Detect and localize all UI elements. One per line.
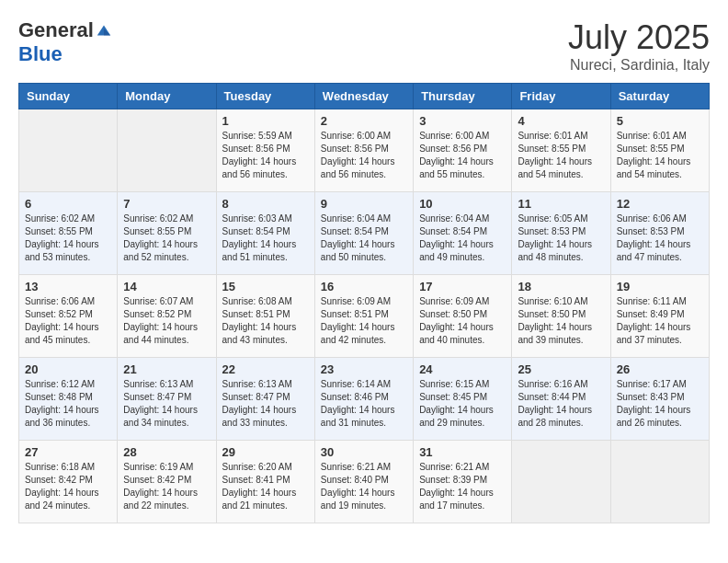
day-number: 11 xyxy=(518,197,604,211)
calendar-cell: 24Sunrise: 6:15 AMSunset: 8:45 PMDayligh… xyxy=(414,358,512,441)
day-number: 31 xyxy=(419,445,506,459)
day-info: Sunrise: 6:14 AMSunset: 8:46 PMDaylight:… xyxy=(321,378,407,430)
day-info: Sunrise: 6:20 AMSunset: 8:41 PMDaylight:… xyxy=(222,461,309,512)
day-number: 20 xyxy=(25,362,111,376)
calendar-cell: 3Sunrise: 6:00 AMSunset: 8:56 PMDaylight… xyxy=(414,109,512,192)
week-row-1: 1Sunrise: 5:59 AMSunset: 8:56 PMDaylight… xyxy=(19,109,710,192)
day-number: 7 xyxy=(123,197,210,211)
day-number: 6 xyxy=(25,197,111,211)
calendar-cell: 23Sunrise: 6:14 AMSunset: 8:46 PMDayligh… xyxy=(314,358,413,441)
day-info: Sunrise: 6:18 AMSunset: 8:42 PMDaylight:… xyxy=(25,461,111,512)
title-area: July 2025 Nureci, Sardinia, Italy xyxy=(568,18,710,74)
month-title: July 2025 xyxy=(568,18,710,57)
day-info: Sunrise: 6:02 AMSunset: 8:55 PMDaylight:… xyxy=(123,213,210,264)
calendar-cell: 16Sunrise: 6:09 AMSunset: 8:51 PMDayligh… xyxy=(314,275,413,358)
day-info: Sunrise: 6:06 AMSunset: 8:53 PMDaylight:… xyxy=(617,213,703,264)
day-number: 21 xyxy=(123,362,210,376)
calendar-cell xyxy=(512,441,610,523)
day-number: 17 xyxy=(419,280,506,293)
day-number: 22 xyxy=(222,362,309,376)
day-number: 29 xyxy=(222,445,309,459)
calendar-cell: 7Sunrise: 6:02 AMSunset: 8:55 PMDaylight… xyxy=(118,192,216,275)
day-info: Sunrise: 6:21 AMSunset: 8:39 PMDaylight:… xyxy=(419,461,506,512)
day-info: Sunrise: 6:00 AMSunset: 8:56 PMDaylight:… xyxy=(321,130,407,181)
calendar-header-row: SundayMondayTuesdayWednesdayThursdayFrid… xyxy=(19,84,710,109)
day-number: 2 xyxy=(321,114,407,128)
day-number: 13 xyxy=(25,280,111,293)
day-info: Sunrise: 6:01 AMSunset: 8:55 PMDaylight:… xyxy=(518,130,604,181)
calendar-cell: 9Sunrise: 6:04 AMSunset: 8:54 PMDaylight… xyxy=(314,192,413,275)
day-info: Sunrise: 6:07 AMSunset: 8:52 PMDaylight:… xyxy=(123,295,210,347)
day-info: Sunrise: 6:08 AMSunset: 8:51 PMDaylight:… xyxy=(222,295,309,347)
calendar-cell: 17Sunrise: 6:09 AMSunset: 8:50 PMDayligh… xyxy=(414,275,512,358)
calendar-cell: 21Sunrise: 6:13 AMSunset: 8:47 PMDayligh… xyxy=(118,358,216,441)
day-info: Sunrise: 6:01 AMSunset: 8:55 PMDaylight:… xyxy=(617,130,703,181)
day-number: 3 xyxy=(419,114,506,128)
calendar-cell: 12Sunrise: 6:06 AMSunset: 8:53 PMDayligh… xyxy=(610,192,709,275)
day-number: 19 xyxy=(617,280,703,293)
header-friday: Friday xyxy=(512,84,610,109)
logo: General Blue xyxy=(18,18,112,66)
day-info: Sunrise: 6:19 AMSunset: 8:42 PMDaylight:… xyxy=(123,461,210,512)
header-wednesday: Wednesday xyxy=(314,84,413,109)
day-info: Sunrise: 6:04 AMSunset: 8:54 PMDaylight:… xyxy=(419,213,506,264)
day-info: Sunrise: 6:03 AMSunset: 8:54 PMDaylight:… xyxy=(222,213,309,264)
logo-blue-text: Blue xyxy=(18,42,63,65)
svg-marker-1 xyxy=(104,29,110,35)
day-number: 28 xyxy=(123,445,210,459)
calendar-cell: 11Sunrise: 6:05 AMSunset: 8:53 PMDayligh… xyxy=(512,192,610,275)
day-number: 8 xyxy=(222,197,309,211)
calendar-cell: 31Sunrise: 6:21 AMSunset: 8:39 PMDayligh… xyxy=(414,441,512,523)
calendar-cell xyxy=(19,109,118,192)
day-number: 5 xyxy=(617,114,703,128)
day-info: Sunrise: 6:04 AMSunset: 8:54 PMDaylight:… xyxy=(321,213,407,264)
calendar-cell: 29Sunrise: 6:20 AMSunset: 8:41 PMDayligh… xyxy=(216,441,314,523)
header-thursday: Thursday xyxy=(414,84,512,109)
calendar-cell: 18Sunrise: 6:10 AMSunset: 8:50 PMDayligh… xyxy=(512,275,610,358)
day-number: 24 xyxy=(419,362,506,376)
calendar-cell xyxy=(610,441,709,523)
day-number: 16 xyxy=(321,280,407,293)
header-tuesday: Tuesday xyxy=(216,84,314,109)
calendar-cell: 5Sunrise: 6:01 AMSunset: 8:55 PMDaylight… xyxy=(610,109,709,192)
day-info: Sunrise: 6:02 AMSunset: 8:55 PMDaylight:… xyxy=(25,213,111,264)
day-info: Sunrise: 6:13 AMSunset: 8:47 PMDaylight:… xyxy=(123,378,210,430)
calendar-cell: 10Sunrise: 6:04 AMSunset: 8:54 PMDayligh… xyxy=(414,192,512,275)
page-header: General Blue July 2025 Nureci, Sardinia,… xyxy=(18,18,710,74)
logo-icon xyxy=(96,22,112,39)
header-sunday: Sunday xyxy=(19,84,118,109)
day-number: 30 xyxy=(321,445,407,459)
calendar-cell: 1Sunrise: 5:59 AMSunset: 8:56 PMDaylight… xyxy=(216,109,314,192)
calendar-table: SundayMondayTuesdayWednesdayThursdayFrid… xyxy=(18,83,710,523)
calendar-cell: 25Sunrise: 6:16 AMSunset: 8:44 PMDayligh… xyxy=(512,358,610,441)
day-info: Sunrise: 6:21 AMSunset: 8:40 PMDaylight:… xyxy=(321,461,407,512)
calendar-cell: 2Sunrise: 6:00 AMSunset: 8:56 PMDaylight… xyxy=(314,109,413,192)
header-saturday: Saturday xyxy=(610,84,709,109)
calendar-cell: 20Sunrise: 6:12 AMSunset: 8:48 PMDayligh… xyxy=(19,358,118,441)
day-number: 23 xyxy=(321,362,407,376)
calendar-cell: 26Sunrise: 6:17 AMSunset: 8:43 PMDayligh… xyxy=(610,358,709,441)
logo-general-text: General xyxy=(18,18,94,42)
day-info: Sunrise: 6:13 AMSunset: 8:47 PMDaylight:… xyxy=(222,378,309,430)
day-info: Sunrise: 6:09 AMSunset: 8:50 PMDaylight:… xyxy=(419,295,506,347)
day-number: 15 xyxy=(222,280,309,293)
calendar-cell: 6Sunrise: 6:02 AMSunset: 8:55 PMDaylight… xyxy=(19,192,118,275)
calendar-cell: 28Sunrise: 6:19 AMSunset: 8:42 PMDayligh… xyxy=(118,441,216,523)
day-info: Sunrise: 5:59 AMSunset: 8:56 PMDaylight:… xyxy=(222,130,309,181)
calendar-cell: 19Sunrise: 6:11 AMSunset: 8:49 PMDayligh… xyxy=(610,275,709,358)
calendar-cell xyxy=(118,109,216,192)
week-row-2: 6Sunrise: 6:02 AMSunset: 8:55 PMDaylight… xyxy=(19,192,710,275)
day-info: Sunrise: 6:09 AMSunset: 8:51 PMDaylight:… xyxy=(321,295,407,347)
day-info: Sunrise: 6:12 AMSunset: 8:48 PMDaylight:… xyxy=(25,378,111,430)
day-number: 4 xyxy=(518,114,604,128)
day-info: Sunrise: 6:06 AMSunset: 8:52 PMDaylight:… xyxy=(25,295,111,347)
calendar-cell: 4Sunrise: 6:01 AMSunset: 8:55 PMDaylight… xyxy=(512,109,610,192)
day-info: Sunrise: 6:05 AMSunset: 8:53 PMDaylight:… xyxy=(518,213,604,264)
week-row-3: 13Sunrise: 6:06 AMSunset: 8:52 PMDayligh… xyxy=(19,275,710,358)
day-number: 14 xyxy=(123,280,210,293)
calendar-cell: 14Sunrise: 6:07 AMSunset: 8:52 PMDayligh… xyxy=(118,275,216,358)
calendar-cell: 27Sunrise: 6:18 AMSunset: 8:42 PMDayligh… xyxy=(19,441,118,523)
header-monday: Monday xyxy=(118,84,216,109)
location-subtitle: Nureci, Sardinia, Italy xyxy=(568,57,710,74)
calendar-cell: 22Sunrise: 6:13 AMSunset: 8:47 PMDayligh… xyxy=(216,358,314,441)
